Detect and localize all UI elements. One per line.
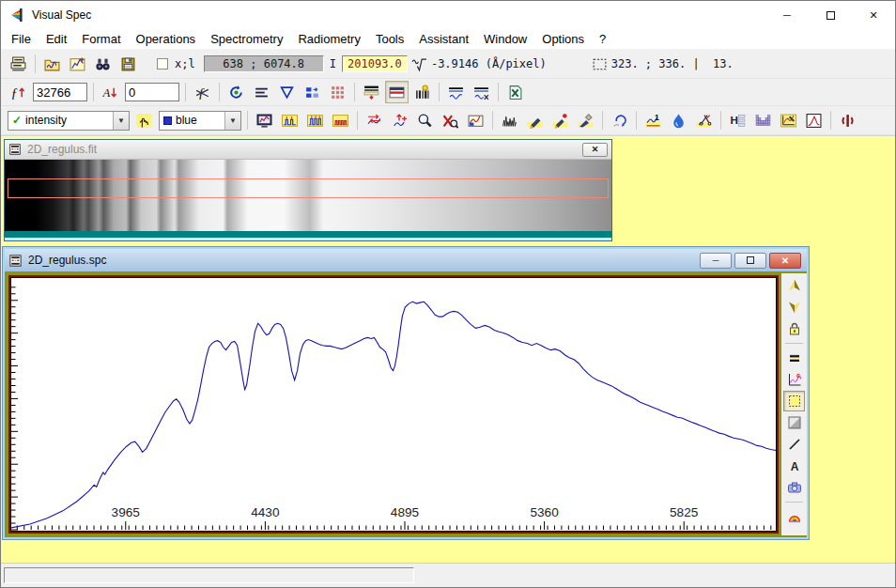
rotate-image-icon[interactable]: [224, 81, 248, 103]
minimize-button[interactable]: ─: [765, 1, 809, 29]
menu-format[interactable]: Format: [74, 30, 128, 48]
snapshot-icon[interactable]: [783, 477, 805, 498]
periodic-table-icon[interactable]: [751, 109, 775, 132]
menu-[interactable]: ?: [592, 30, 613, 48]
x-tick-label: 5360: [530, 505, 559, 519]
fit-close-button[interactable]: ✕: [582, 143, 608, 157]
x-tick-label: 4430: [251, 505, 280, 519]
spc-window-title: 2D_regulus.spc: [28, 254, 106, 267]
smooth-curve-icon[interactable]: [574, 109, 597, 132]
menu-file[interactable]: File: [4, 30, 39, 48]
shift-spectrum-icon[interactable]: [363, 109, 386, 132]
export-excel-icon[interactable]: [503, 81, 527, 103]
menu-radiometry[interactable]: Radiometry: [290, 30, 367, 48]
browse-icon[interactable]: [91, 53, 115, 75]
toolbar-separator: [247, 111, 248, 130]
clear-function-icon[interactable]: ƒ: [191, 81, 214, 103]
background-select-icon[interactable]: [783, 391, 805, 411]
line-style-icon[interactable]: [783, 434, 805, 455]
text-label-icon[interactable]: A: [783, 456, 805, 476]
menu-operations[interactable]: Operations: [129, 30, 204, 48]
display-profile-icon[interactable]: [253, 109, 276, 132]
equalize-icon[interactable]: [783, 348, 805, 368]
display-image-icon[interactable]: [385, 81, 409, 103]
overlay-profile-icon[interactable]: [444, 81, 468, 103]
chevron-down-icon[interactable]: ▼: [224, 112, 240, 130]
svg-text:c: c: [796, 372, 800, 379]
play-spectrum-icon[interactable]: [836, 109, 859, 132]
series-combo[interactable]: ✓intensity▼: [8, 111, 130, 131]
remove-overlay-icon[interactable]: [470, 81, 493, 103]
normalize-icon[interactable]: 1: [641, 109, 665, 132]
fit-image-window: 2D_regulus.fit ✕: [4, 139, 612, 241]
menu-edit[interactable]: Edit: [39, 30, 74, 48]
line-list-icon[interactable]: [250, 81, 273, 103]
save-icon[interactable]: [116, 53, 140, 75]
unzoom-icon[interactable]: [439, 109, 462, 132]
status-panel: [4, 567, 414, 583]
chevron-down-icon[interactable]: ▼: [113, 112, 129, 130]
crop-zone-icon[interactable]: [464, 109, 487, 132]
annotate-plot-icon[interactable]: [777, 109, 800, 132]
set-offset-icon[interactable]: A: [99, 81, 122, 103]
undo-icon[interactable]: [608, 109, 631, 132]
draw-curve-icon[interactable]: [523, 109, 547, 132]
toolbar-separator: [830, 111, 831, 130]
color-combo[interactable]: blue▼: [159, 111, 241, 131]
menu-window[interactable]: Window: [476, 30, 534, 48]
water-lines-icon[interactable]: [667, 109, 690, 132]
element-lines-icon[interactable]: H: [726, 109, 749, 132]
open-profile-icon[interactable]: [40, 53, 64, 75]
pick-series-icon[interactable]: [132, 109, 156, 132]
profile-zone-2-icon[interactable]: [303, 109, 327, 132]
app-title: Visual Spec: [32, 8, 91, 22]
menu-tools[interactable]: Tools: [368, 30, 411, 48]
close-button[interactable]: ✕: [852, 1, 895, 29]
spc-profile-window: 2D_regulus.spc ─ ✕ 39654430489553605825 …: [2, 246, 810, 540]
spc-minimize-button[interactable]: ─: [700, 253, 732, 269]
checkbox-box[interactable]: [157, 58, 168, 70]
reference-binning-icon[interactable]: [410, 81, 434, 103]
edit-points-icon[interactable]: [548, 109, 572, 132]
gaussian-fit-icon[interactable]: [802, 109, 826, 132]
spectrum-plot[interactable]: 39654430489553605825: [10, 277, 777, 532]
binning-selection-box[interactable]: [8, 178, 609, 198]
menu-assistant[interactable]: Assistant: [411, 30, 476, 48]
offset-input[interactable]: [125, 83, 179, 101]
print-icon[interactable]: [7, 53, 30, 75]
profile-zone-1-icon[interactable]: [278, 109, 301, 132]
spectrum-chart[interactable]: 39654430489553605825: [11, 278, 776, 531]
fill-style-icon[interactable]: [783, 412, 805, 433]
colorize-icon[interactable]: [783, 506, 805, 527]
spc-close-button[interactable]: ✕: [769, 253, 801, 269]
scale-down-icon[interactable]: [783, 297, 805, 317]
max-intensity-input[interactable]: [33, 83, 87, 101]
menu-spectrometry[interactable]: Spectrometry: [203, 30, 290, 48]
spc-window-titlebar[interactable]: 2D_regulus.spc ─ ✕: [5, 249, 807, 271]
set-max-intensity-icon[interactable]: ƒ: [7, 81, 30, 103]
cut-spectrum-icon[interactable]: [692, 109, 716, 132]
menu-options[interactable]: Options: [534, 30, 592, 48]
zoom-icon[interactable]: [413, 109, 437, 132]
peak-search-icon[interactable]: [498, 109, 521, 132]
pixel-grid-icon[interactable]: [326, 81, 349, 103]
profile-zone-3-icon[interactable]: [329, 109, 352, 132]
extract-profile-icon[interactable]: [360, 81, 383, 103]
spc-restore-button[interactable]: [734, 253, 766, 269]
app-titlebar[interactable]: Visual Spec ─ ✕: [1, 1, 895, 29]
stretch-spectrum-icon[interactable]: [388, 109, 411, 132]
pixel-lambda-checkbox[interactable]: x;l: [157, 57, 198, 70]
spectrum-strip-image[interactable]: [5, 160, 611, 231]
toolbar-separator: [636, 111, 637, 130]
visual-spec-window: Visual Spec ─ ✕ FileEditFormatOperations…: [0, 0, 896, 588]
maximize-button[interactable]: [809, 1, 852, 29]
flip-image-icon[interactable]: [275, 81, 299, 103]
scale-up-icon[interactable]: [783, 275, 805, 296]
toolbar-separator: [357, 111, 358, 130]
duplicate-window-icon[interactable]: [301, 81, 324, 103]
continuum-icon[interactable]: c: [783, 369, 805, 390]
open-image-icon[interactable]: [66, 53, 89, 75]
lock-scale-icon[interactable]: [783, 318, 805, 339]
fit-window-titlebar[interactable]: 2D_regulus.fit ✕: [5, 140, 611, 160]
svg-text:A: A: [102, 86, 111, 100]
